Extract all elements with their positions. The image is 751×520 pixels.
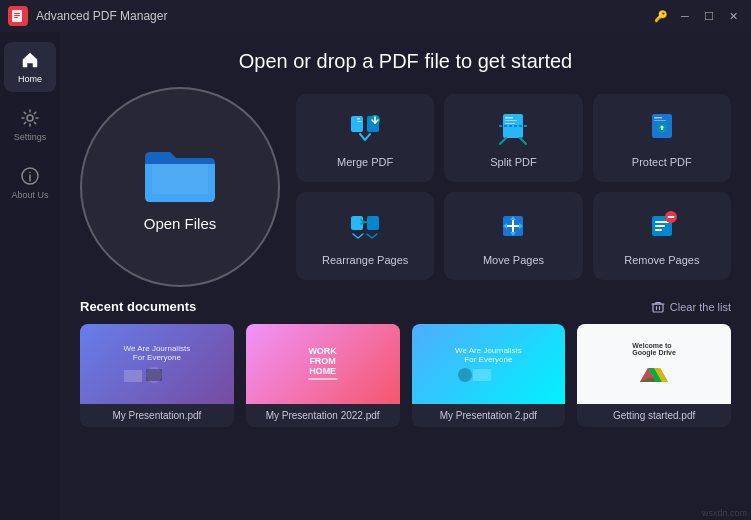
maximize-btn[interactable]: ☐ <box>699 6 719 26</box>
svg-rect-29 <box>655 229 662 231</box>
doc-name-4: Getting started.pdf <box>577 404 731 427</box>
doc-name-2: My Presentation 2022.pdf <box>246 404 400 427</box>
protect-pdf-card[interactable]: Protect PDF <box>593 94 731 182</box>
recent-title: Recent documents <box>80 299 196 314</box>
move-label: Move Pages <box>483 254 544 266</box>
sidebar-item-about[interactable]: About Us <box>4 158 56 208</box>
doc-thumb-content-1: We Are JournalistsFor Everyone <box>120 340 195 389</box>
svg-rect-28 <box>655 225 665 227</box>
split-label: Split PDF <box>490 156 536 168</box>
svg-rect-9 <box>357 118 360 120</box>
doc-thumbnail-1: We Are JournalistsFor Everyone <box>80 324 234 404</box>
app-title: Advanced PDF Manager <box>36 9 167 23</box>
recent-section: Recent documents Clear the list We Are J <box>60 287 751 427</box>
doc-thumb-content-2: WORKFROMHOME <box>304 342 342 386</box>
app-icon <box>8 6 28 26</box>
home-icon <box>20 50 40 70</box>
svg-rect-7 <box>351 116 363 132</box>
svg-rect-10 <box>357 121 362 122</box>
folder-icon <box>140 142 220 207</box>
protect-label: Protect PDF <box>632 156 692 168</box>
doc-card-1[interactable]: We Are JournalistsFor Everyone My Presen… <box>80 324 234 427</box>
doc-name-3: My Presentation 2.pdf <box>412 404 566 427</box>
svg-rect-14 <box>505 120 517 121</box>
sidebar-home-label: Home <box>18 74 42 84</box>
sidebar: Home Settings About Us <box>0 32 60 520</box>
clear-list-button[interactable]: Clear the list <box>651 300 731 314</box>
move-icon <box>493 206 533 246</box>
svg-rect-34 <box>146 369 162 381</box>
merge-pdf-card[interactable]: Merge PDF <box>296 94 434 182</box>
clear-icon <box>651 300 665 314</box>
doc-name-1: My Presentation.pdf <box>80 404 234 427</box>
remove-label: Remove Pages <box>624 254 699 266</box>
key-btn[interactable]: 🔑 <box>651 6 671 26</box>
sidebar-about-label: About Us <box>11 190 48 200</box>
svg-rect-24 <box>367 216 379 230</box>
split-pdf-card[interactable]: Split PDF <box>444 94 582 182</box>
doc-card-2[interactable]: WORKFROMHOME My Presentation 2022.pdf <box>246 324 400 427</box>
clear-list-label: Clear the list <box>670 301 731 313</box>
svg-rect-36 <box>473 369 491 381</box>
watermark: wsxdn.com <box>702 508 747 518</box>
svg-rect-15 <box>505 123 515 124</box>
sidebar-item-settings[interactable]: Settings <box>4 100 56 150</box>
content-area: Open or drop a PDF file to get started O… <box>60 32 751 520</box>
about-icon <box>20 166 40 186</box>
title-bar-left: Advanced PDF Manager <box>8 6 167 26</box>
svg-point-4 <box>27 115 33 121</box>
svg-rect-1 <box>14 13 20 14</box>
protect-icon <box>642 108 682 148</box>
doc-thumbnail-2: WORKFROMHOME <box>246 324 400 404</box>
remove-pages-card[interactable]: Remove Pages <box>593 192 731 280</box>
split-icon <box>493 108 533 148</box>
close-btn[interactable]: ✕ <box>723 6 743 26</box>
doc-card-3[interactable]: We Are JournalistsFor Everyone My Presen… <box>412 324 566 427</box>
recent-header: Recent documents Clear the list <box>80 299 731 314</box>
tools-grid: Merge PDF Split PDF <box>296 94 731 280</box>
svg-rect-3 <box>14 17 18 18</box>
open-files-label: Open Files <box>144 215 217 232</box>
svg-point-35 <box>458 368 472 382</box>
merge-label: Merge PDF <box>337 156 393 168</box>
svg-rect-31 <box>653 304 663 312</box>
svg-rect-22 <box>661 127 663 130</box>
svg-rect-2 <box>14 15 20 16</box>
doc-thumb-content-3: We Are JournalistsFor Everyone <box>451 342 526 387</box>
main-layout: Home Settings About Us Open or <box>0 32 751 520</box>
open-files-button[interactable]: Open Files <box>80 87 280 287</box>
rearrange-pages-card[interactable]: Rearrange Pages <box>296 192 434 280</box>
svg-point-6 <box>29 172 31 174</box>
remove-icon <box>642 206 682 246</box>
window-controls: 🔑 ─ ☐ ✕ <box>651 6 743 26</box>
sidebar-settings-label: Settings <box>14 132 47 142</box>
settings-icon <box>20 108 40 128</box>
page-header: Open or drop a PDF file to get started <box>60 32 751 87</box>
svg-rect-13 <box>505 117 513 119</box>
open-files-container: Open Files <box>80 87 280 287</box>
rearrange-label: Rearrange Pages <box>322 254 408 266</box>
merge-icon <box>345 108 385 148</box>
svg-rect-18 <box>654 120 666 121</box>
doc-card-4[interactable]: Welcome toGoogle Drive Getting started <box>577 324 731 427</box>
doc-thumbnail-3: We Are JournalistsFor Everyone <box>412 324 566 404</box>
doc-thumbnail-4: Welcome toGoogle Drive <box>577 324 731 404</box>
move-pages-card[interactable]: Move Pages <box>444 192 582 280</box>
title-bar: Advanced PDF Manager 🔑 ─ ☐ ✕ <box>0 0 751 32</box>
svg-rect-32 <box>124 370 142 382</box>
minimize-btn[interactable]: ─ <box>675 6 695 26</box>
svg-rect-17 <box>654 117 662 119</box>
recent-docs-list: We Are JournalistsFor Everyone My Presen… <box>80 324 731 427</box>
svg-rect-23 <box>351 216 363 230</box>
rearrange-icon <box>345 206 385 246</box>
tools-area: Open Files <box>60 87 751 287</box>
sidebar-item-home[interactable]: Home <box>4 42 56 92</box>
